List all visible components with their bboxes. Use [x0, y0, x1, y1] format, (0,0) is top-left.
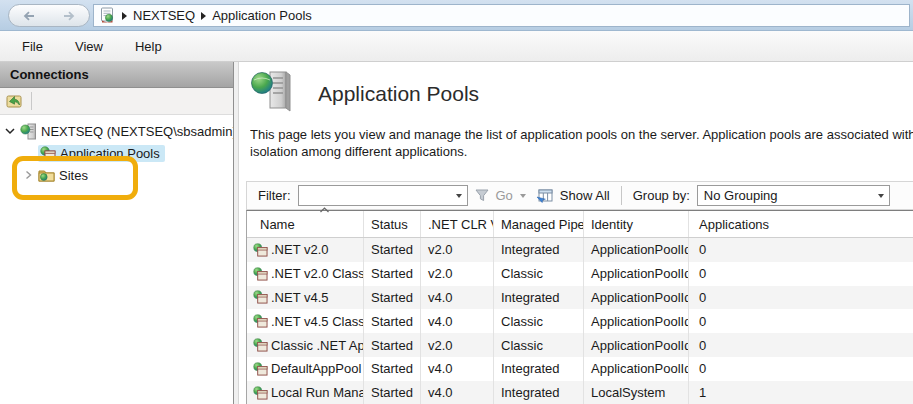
go-button[interactable]: Go	[496, 188, 513, 203]
back-button[interactable]	[16, 6, 42, 25]
show-all-icon	[536, 188, 553, 204]
menu-view[interactable]: View	[71, 36, 107, 57]
list-body: .NET v2.0 Started v2.0 Integrated Applic…	[247, 238, 913, 404]
breadcrumb-server[interactable]: NEXTSEQ	[133, 8, 195, 23]
pool-applications: 0	[689, 357, 913, 381]
chevron-collapsed-icon[interactable]	[22, 170, 34, 180]
sort-ascending-icon	[319, 206, 330, 214]
pool-identity: ApplicationPoolId...	[584, 357, 689, 381]
pool-identity: ApplicationPoolId...	[584, 333, 689, 357]
tree-node-sites-label: Sites	[59, 168, 88, 183]
toolbar-separator	[31, 92, 32, 110]
tree-selection: Application Pools	[38, 145, 165, 162]
sites-folder-icon	[38, 167, 55, 183]
pool-clr-version: v4.0	[421, 357, 494, 381]
connections-toolbar	[0, 88, 233, 115]
pool-applications: 0	[689, 238, 913, 262]
app-pool-item-icon	[253, 386, 268, 400]
menu-file[interactable]: File	[18, 36, 47, 57]
pool-pipeline: Classic	[494, 309, 584, 333]
app-pools-icon	[40, 146, 56, 161]
list-header-row: Name Status .NET CLR V... Managed Pipel.…	[247, 211, 913, 238]
pool-status: Started	[364, 357, 421, 381]
column-header-identity[interactable]: Identity	[584, 211, 689, 237]
pool-applications: 0	[689, 262, 913, 286]
pool-name: Classic .NET Ap...	[271, 338, 364, 353]
column-header-name[interactable]: Name	[247, 211, 364, 237]
chevron-expanded-icon[interactable]	[4, 127, 16, 135]
breadcrumb-separator-icon	[201, 12, 206, 20]
app-pool-item-icon	[253, 362, 268, 376]
table-row[interactable]: .NET v2.0 Classic Started v2.0 Classic A…	[247, 262, 913, 286]
back-arrow-icon	[21, 9, 37, 23]
pool-identity: ApplicationPoolId...	[584, 262, 689, 286]
page-description: This page lets you view and manage the l…	[250, 126, 913, 160]
pool-applications: 0	[689, 286, 913, 310]
filter-input[interactable]	[299, 187, 451, 204]
menubar: File View Help	[0, 31, 913, 62]
table-row[interactable]: DefaultAppPool Started v4.0 Integrated A…	[247, 357, 913, 381]
page-title: Application Pools	[318, 82, 479, 106]
pool-status: Started	[364, 286, 421, 310]
tree-node-server-label: NEXTSEQ (NEXTSEQ\sbsadmin)	[41, 124, 233, 139]
connections-title: Connections	[10, 67, 89, 82]
column-header-status[interactable]: Status	[364, 211, 421, 237]
forward-button[interactable]	[56, 6, 82, 25]
connections-panel: Connections	[0, 62, 233, 404]
filter-dropdown-button[interactable]	[451, 186, 467, 205]
pool-clr-version: v2.0	[421, 262, 494, 286]
pool-identity: ApplicationPoolId...	[584, 286, 689, 310]
pool-applications: 0	[689, 309, 913, 333]
column-header-applications[interactable]: Applications	[689, 211, 913, 237]
breadcrumb-page[interactable]: Application Pools	[212, 8, 312, 23]
tree-node-server[interactable]: NEXTSEQ (NEXTSEQ\sbsadmin)	[0, 120, 233, 142]
pool-name: DefaultAppPool	[271, 361, 361, 376]
main-panel: Application Pools This page lets you vie…	[239, 62, 913, 404]
table-row[interactable]: Classic .NET Ap... Started v2.0 Classic …	[247, 333, 913, 357]
show-all-button[interactable]: Show All	[560, 188, 610, 203]
breadcrumb[interactable]: NEXTSEQ Application Pools	[93, 4, 910, 27]
pool-pipeline: Integrated	[494, 286, 584, 310]
filter-input-combo[interactable]	[298, 185, 468, 206]
table-row[interactable]: .NET v4.5 Started v4.0 Integrated Applic…	[247, 286, 913, 310]
tree-node-sites[interactable]: Sites	[0, 164, 233, 186]
table-row[interactable]: Local Run Mana... Started v4.0 Integrate…	[247, 381, 913, 404]
pool-status: Started	[364, 381, 421, 404]
group-by-dropdown[interactable]: No Grouping	[697, 185, 890, 206]
app-pool-item-icon	[253, 243, 268, 257]
connections-tree: NEXTSEQ (NEXTSEQ\sbsadmin) Application P…	[0, 115, 233, 186]
application-pools-page-icon	[250, 70, 294, 112]
go-dropdown-icon[interactable]	[520, 194, 526, 198]
pool-pipeline: Integrated	[494, 381, 584, 404]
pool-name: .NET v4.5	[271, 290, 329, 305]
iis-manager-window: NEXTSEQ Application Pools File View Help…	[0, 0, 913, 404]
group-by-value: No Grouping	[704, 188, 873, 203]
pool-clr-version: v4.0	[421, 286, 494, 310]
pool-pipeline: Classic	[494, 262, 584, 286]
filter-toolbar: Filter: Go Show All Group	[246, 181, 913, 210]
filter-funnel-icon	[475, 189, 489, 202]
app-pool-item-icon	[253, 314, 268, 328]
dropdown-arrow-icon[interactable]	[873, 186, 889, 205]
table-row[interactable]: .NET v2.0 Started v2.0 Integrated Applic…	[247, 238, 913, 262]
group-by-label: Group by:	[633, 188, 690, 203]
toolbar-separator	[621, 186, 622, 205]
pool-status: Started	[364, 238, 421, 262]
app-pools-list: Name Status .NET CLR V... Managed Pipel.…	[246, 210, 913, 404]
forward-arrow-icon	[61, 9, 77, 23]
column-header-pipeline[interactable]: Managed Pipel...	[494, 211, 584, 237]
pool-pipeline: Integrated	[494, 238, 584, 262]
tree-node-application-pools[interactable]: Application Pools	[0, 142, 233, 164]
pool-applications: 0	[689, 333, 913, 357]
connect-server-icon[interactable]	[5, 92, 24, 110]
tree-node-application-pools-label: Application Pools	[60, 146, 160, 161]
filter-label: Filter:	[258, 188, 291, 203]
table-row[interactable]: .NET v4.5 Classic Started v4.0 Classic A…	[247, 309, 913, 333]
column-header-clr-version[interactable]: .NET CLR V...	[421, 211, 494, 237]
app-pool-item-icon	[253, 290, 268, 304]
menu-help[interactable]: Help	[131, 36, 166, 57]
page-description-line1: This page lets you view and manage the l…	[250, 126, 913, 143]
pool-status: Started	[364, 309, 421, 333]
pool-clr-version: v2.0	[421, 238, 494, 262]
pool-name: .NET v4.5 Classic	[271, 314, 364, 329]
